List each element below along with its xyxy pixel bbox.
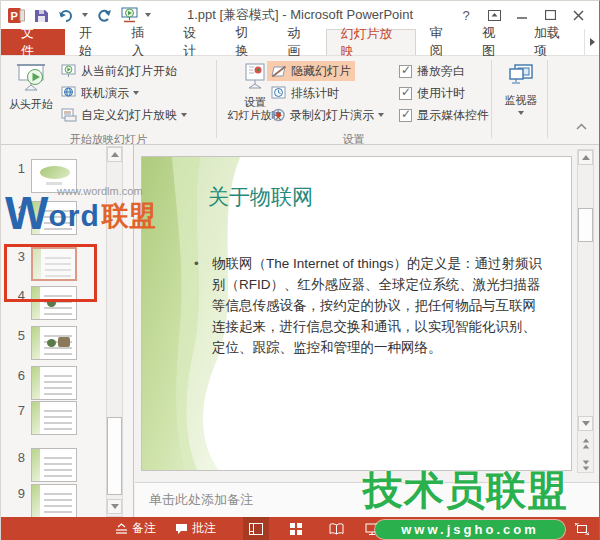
monitors-label: 监视器 <box>505 94 538 107</box>
undo-dropdown-caret-icon[interactable] <box>82 13 88 17</box>
slide-number: 9 <box>1 484 25 501</box>
help-button[interactable]: ? <box>455 5 477 25</box>
slide-body-paragraph: 物联网（The Internet of things）的定义是：通过射频识别（R… <box>212 256 542 355</box>
slide-thumbnail[interactable] <box>31 326 77 360</box>
arrow-up-icon <box>111 152 119 157</box>
scroll-down-button[interactable] <box>107 499 122 514</box>
double-arrow-up-icon <box>582 444 588 448</box>
comments-toggle-button[interactable]: 批注 <box>171 517 220 540</box>
scrollbar-thumb[interactable] <box>107 417 122 495</box>
comment-icon <box>175 523 188 535</box>
hide-slide-icon <box>271 65 287 78</box>
hide-slide-button[interactable]: 隐藏幻灯片 <box>267 61 355 81</box>
bullet-icon: • <box>194 253 199 274</box>
thumbnail-slide-5[interactable]: 5 <box>1 326 77 360</box>
setup-show-icon <box>241 62 269 93</box>
scroll-down-button[interactable] <box>578 416 593 431</box>
fit-slide-to-window-button[interactable] <box>569 517 595 540</box>
tab-addins[interactable]: 加载项 <box>520 29 584 55</box>
slide-thumbnail[interactable] <box>31 201 77 235</box>
group-separator <box>547 60 548 138</box>
double-arrow-down-icon <box>582 460 588 464</box>
slide-number: 5 <box>1 326 25 343</box>
monitors-button[interactable]: 监视器 <box>496 58 546 132</box>
scrollbar-thumb[interactable] <box>578 208 593 242</box>
slideshow-play-icon <box>16 62 46 95</box>
save-button[interactable] <box>32 6 50 24</box>
thumbnail-slide-2[interactable]: 2 <box>1 201 77 235</box>
reading-view-button[interactable] <box>323 517 349 540</box>
minimize-button[interactable] <box>511 5 533 25</box>
slide-number: 1 <box>1 159 25 176</box>
notes-toggle-button[interactable]: 备注 <box>111 517 160 540</box>
red-annotation-box <box>4 244 97 302</box>
slide-body-text[interactable]: • 物联网（The Internet of things）的定义是：通过射频识别… <box>210 253 546 358</box>
thumbnail-slide-1[interactable]: 1 <box>1 159 77 193</box>
redo-button[interactable] <box>95 6 113 24</box>
reading-view-icon <box>329 523 344 535</box>
undo-button[interactable] <box>57 6 75 24</box>
svg-text:P: P <box>10 10 17 22</box>
dropdown-caret-icon <box>378 113 384 117</box>
slide-sorter-view-button[interactable] <box>283 517 309 540</box>
slide-canvas[interactable]: 关于物联网 • 物联网（The Internet of things）的定义是：… <box>141 156 572 471</box>
thumbnail-slide-8[interactable]: 8 <box>1 448 77 482</box>
use-timings-checkbox[interactable]: 使用计时 <box>399 83 465 103</box>
slide-thumbnail[interactable] <box>31 159 77 193</box>
show-media-controls-checkbox[interactable]: 显示媒体控件 <box>399 105 489 125</box>
thumbnail-slide-6[interactable]: 6 <box>1 366 77 400</box>
slide-number: 2 <box>1 201 25 218</box>
tab-view[interactable]: 视图 <box>468 29 520 55</box>
maximize-button[interactable] <box>539 5 561 25</box>
tab-slideshow[interactable]: 幻灯片放映 <box>326 29 416 55</box>
from-beginning-button[interactable]: 从头开始 <box>7 58 55 132</box>
thumbnail-slide-7[interactable]: 7 <box>1 401 77 435</box>
thumbnail-scrollbar[interactable] <box>106 146 123 517</box>
next-slide-button[interactable] <box>577 457 594 473</box>
notes-placeholder[interactable]: 单击此处添加备注 <box>135 483 599 509</box>
slide-thumbnail[interactable] <box>31 401 77 435</box>
tab-review[interactable]: 审阅 <box>416 29 468 55</box>
rehearse-timings-button[interactable]: 排练计时 <box>267 83 343 103</box>
slide-editor: 关于物联网 • 物联网（The Internet of things）的定义是：… <box>135 145 599 518</box>
tab-transitions[interactable]: 切换 <box>221 29 273 55</box>
slide-number: 8 <box>1 448 25 465</box>
tab-animations[interactable]: 动画 <box>273 29 325 55</box>
qat-customize-caret-icon[interactable] <box>145 13 151 17</box>
slide-thumbnail[interactable] <box>31 366 77 400</box>
record-slideshow-button[interactable]: 录制幻灯片演示 <box>267 105 388 125</box>
editor-scrollbar[interactable] <box>577 149 594 473</box>
start-slideshow-qat-button[interactable] <box>120 6 138 24</box>
previous-slide-button[interactable] <box>577 435 594 451</box>
tab-file[interactable]: 文件 <box>1 29 65 55</box>
tab-scroll-right-button[interactable] <box>584 29 599 55</box>
rehearse-timing-icon <box>271 86 287 100</box>
slide-title[interactable]: 关于物联网 <box>208 183 313 211</box>
close-button[interactable] <box>567 5 589 25</box>
scroll-up-button[interactable] <box>107 147 122 162</box>
slide-thumbnail[interactable] <box>31 484 77 518</box>
present-online-button[interactable]: 联机演示 <box>57 83 143 103</box>
slide-sorter-icon <box>290 523 303 535</box>
checkbox-checked-icon <box>399 109 412 122</box>
ribbon-display-options-button[interactable] <box>483 5 505 25</box>
from-current-slide-button[interactable]: 从当前幻灯片开始 <box>57 61 181 81</box>
normal-view-button[interactable] <box>243 517 269 540</box>
dropdown-caret-icon <box>133 91 139 95</box>
fit-to-window-icon <box>575 523 589 535</box>
custom-show-icon <box>61 108 77 122</box>
dropdown-caret-icon <box>181 113 187 117</box>
tab-insert[interactable]: 插入 <box>117 29 169 55</box>
arrow-down-icon <box>111 504 119 509</box>
scroll-up-button[interactable] <box>578 150 593 165</box>
slide-thumbnail[interactable] <box>31 448 77 482</box>
custom-slideshow-button[interactable]: 自定义幻灯片放映 <box>57 105 191 125</box>
play-narrations-checkbox[interactable]: 播放旁白 <box>399 61 465 81</box>
from-beginning-label: 从头开始 <box>9 98 53 111</box>
notes-pane[interactable]: 单击此处添加备注 <box>135 482 599 518</box>
thumbnail-slide-9[interactable]: 9 <box>1 484 77 518</box>
tab-design[interactable]: 设计 <box>169 29 221 55</box>
tab-home[interactable]: 开始 <box>65 29 117 55</box>
group-separator <box>216 60 217 138</box>
collapse-ribbon-button[interactable] <box>573 118 589 134</box>
